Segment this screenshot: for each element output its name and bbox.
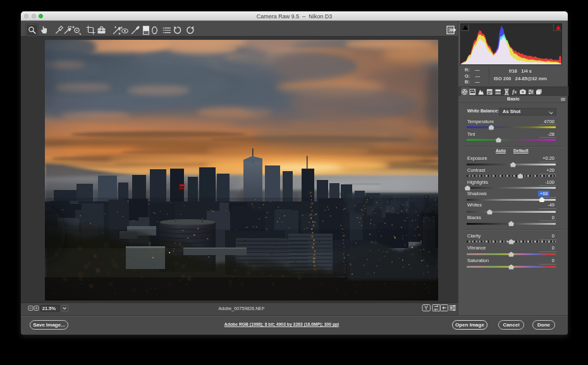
svg-text:fx: fx xyxy=(512,88,517,95)
svg-text:21.5%: 21.5% xyxy=(42,306,56,311)
svg-text:Adobe_00759826.NEF: Adobe_00759826.NEF xyxy=(218,306,265,311)
